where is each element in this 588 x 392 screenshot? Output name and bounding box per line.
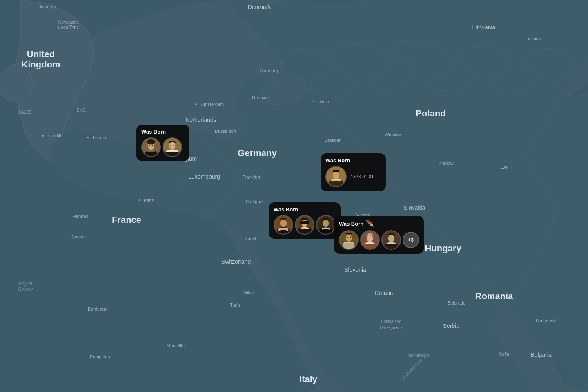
svg-text:Vilnius: Vilnius — [528, 36, 541, 41]
svg-text:Romania: Romania — [475, 291, 514, 301]
portrait-1 — [141, 137, 161, 157]
svg-text:Hamburg: Hamburg — [259, 68, 278, 73]
svg-text:Montenegro: Montenegro — [408, 353, 430, 358]
svg-text:Bay of: Bay of — [18, 281, 33, 287]
svg-text:Hanover: Hanover — [252, 95, 269, 100]
svg-point-66 — [149, 145, 150, 146]
svg-text:Biscay: Biscay — [18, 287, 33, 292]
svg-point-81 — [323, 220, 329, 227]
portrait-row-germany-s — [274, 215, 336, 235]
svg-text:Frankfurt: Frankfurt — [242, 175, 260, 179]
svg-text:Amsterdam: Amsterdam — [201, 102, 224, 107]
svg-text:Edinburgh: Edinburgh — [36, 4, 56, 9]
svg-point-83 — [346, 235, 352, 242]
svg-text:Sofia: Sofia — [499, 352, 510, 356]
svg-text:Cardiff: Cardiff — [48, 133, 62, 138]
svg-text:ENG.: ENG. — [77, 108, 87, 112]
feather-icon: 🪶 — [366, 220, 374, 228]
marker-title-germany-s: Was Born — [274, 206, 336, 213]
map-svg: United Kingdom WALES ENG. France Germany… — [0, 0, 588, 392]
svg-text:Berlin: Berlin — [318, 99, 329, 104]
svg-text:Poland: Poland — [416, 108, 445, 119]
svg-text:Herzegovina: Herzegovina — [380, 325, 403, 330]
marker-card-belgium[interactable]: Was Born — [136, 125, 189, 161]
svg-text:Newcastle: Newcastle — [58, 20, 79, 25]
svg-text:Netherlands: Netherlands — [185, 116, 216, 123]
svg-point-85 — [350, 237, 351, 238]
svg-text:Marseille: Marseille — [167, 343, 185, 348]
portrait-8 — [360, 230, 380, 250]
svg-text:Lviv: Lviv — [500, 165, 508, 170]
portrait-6 — [316, 215, 336, 235]
svg-text:United: United — [27, 49, 55, 59]
svg-text:Krakow: Krakow — [439, 161, 454, 166]
marker-title-germany-ne: Was Born — [325, 157, 381, 164]
svg-text:Italy: Italy — [299, 374, 318, 384]
svg-text:Zürich: Zürich — [245, 236, 258, 241]
svg-text:Bulgaria: Bulgaria — [530, 352, 552, 358]
svg-text:Pamplona: Pamplona — [90, 354, 110, 359]
portrait-2 — [163, 137, 182, 157]
portrait-5 — [295, 215, 314, 235]
svg-rect-79 — [300, 221, 309, 224]
svg-point-30 — [87, 137, 89, 138]
svg-text:Germany: Germany — [238, 148, 277, 158]
svg-text:Bucharest: Bucharest — [536, 318, 556, 323]
svg-point-28 — [42, 135, 44, 137]
svg-point-67 — [152, 145, 153, 146]
portrait-9 — [381, 230, 401, 250]
svg-point-48 — [139, 199, 140, 201]
svg-text:Bosnia and: Bosnia and — [381, 319, 401, 324]
svg-point-76 — [280, 220, 287, 227]
svg-text:Turin: Turin — [230, 302, 240, 307]
svg-text:Luxembourg: Luxembourg — [188, 173, 220, 180]
svg-text:Serbia: Serbia — [443, 323, 460, 329]
svg-text:Bordeaux: Bordeaux — [88, 307, 107, 311]
svg-text:Milan: Milan — [243, 290, 254, 295]
svg-text:Nantes: Nantes — [71, 234, 86, 239]
marker-date: 1528-01-01 — [351, 174, 374, 179]
svg-text:Lithuania: Lithuania — [472, 24, 496, 31]
svg-point-74 — [333, 171, 340, 179]
svg-point-70 — [170, 145, 172, 146]
svg-point-71 — [173, 145, 174, 146]
svg-point-84 — [347, 237, 348, 238]
svg-point-87 — [367, 235, 373, 242]
svg-text:Paris: Paris — [144, 198, 154, 203]
svg-text:Belgrade: Belgrade — [448, 300, 466, 305]
svg-text:Düsseldorf: Düsseldorf — [215, 129, 237, 134]
marker-card-germany-s[interactable]: Was Born — [269, 202, 341, 239]
portrait-3 — [325, 166, 347, 187]
svg-text:Wroclaw: Wroclaw — [385, 132, 402, 137]
marker-title-austria: Was Born 🪶 — [339, 220, 419, 228]
map-container: United Kingdom WALES ENG. France Germany… — [0, 0, 588, 392]
svg-point-88 — [368, 233, 372, 236]
svg-text:Croatia: Croatia — [374, 290, 393, 296]
svg-text:WALES: WALES — [18, 110, 32, 114]
svg-point-65 — [147, 139, 155, 145]
svg-text:Slovakia: Slovakia — [404, 204, 425, 211]
portrait-row-belgium — [141, 137, 185, 157]
svg-text:Denmark: Denmark — [248, 4, 272, 10]
portrait-4 — [274, 215, 293, 235]
svg-text:Dresden: Dresden — [325, 138, 342, 143]
svg-text:Slovenia: Slovenia — [344, 267, 366, 273]
portrait-row-germany-ne: 1528-01-01 — [325, 166, 381, 187]
svg-text:Switzerland: Switzerland — [221, 258, 251, 265]
marker-card-germany-ne[interactable]: Was Born 1528-01-01 — [321, 153, 386, 191]
svg-point-32 — [195, 103, 197, 105]
svg-text:Hungary: Hungary — [425, 243, 461, 253]
portrait-row-austria: +3 — [339, 230, 419, 250]
svg-point-69 — [169, 142, 176, 149]
svg-point-90 — [388, 235, 394, 242]
portrait-7 — [339, 230, 359, 250]
svg-point-36 — [313, 101, 314, 102]
svg-text:Kingdom: Kingdom — [21, 59, 60, 69]
svg-text:upon Tyne: upon Tyne — [58, 25, 79, 29]
svg-text:Rennes: Rennes — [73, 214, 88, 219]
plus-count-badge: +3 — [403, 232, 419, 248]
svg-text:London: London — [93, 135, 108, 140]
svg-text:Stuttgart: Stuttgart — [246, 199, 263, 204]
marker-card-austria[interactable]: Was Born 🪶 — [334, 216, 424, 254]
marker-title-belgium: Was Born — [141, 129, 185, 135]
